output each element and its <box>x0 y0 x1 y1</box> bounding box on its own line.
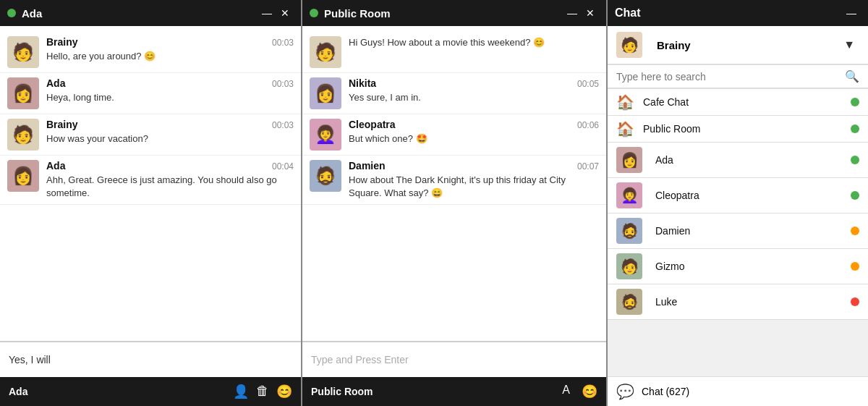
user-avatar: 🧔 <box>616 218 642 244</box>
msg-time: 00:06 <box>577 120 599 130</box>
user-avatar: 👩 <box>616 147 642 173</box>
msg-text: How about The Dark Knight, it's up this … <box>349 174 599 200</box>
message-row: 👩 Ada 00:04 Ahh, Great. Greece is just a… <box>0 156 301 205</box>
sidebar-user-item[interactable]: 🧑 Gizmo <box>608 249 868 284</box>
msg-header: Ada 00:03 <box>46 77 294 89</box>
user-name: Luke <box>655 296 851 308</box>
avatar: 👩 <box>7 77 39 109</box>
msg-sender: Damien <box>349 160 386 172</box>
brainy-avatar: 🧑 <box>616 32 642 58</box>
public-minimize-btn[interactable]: — <box>563 6 582 20</box>
msg-content: Cleopatra 00:06 But which one? 🤩 <box>349 119 599 145</box>
chat-titlebar: Chat — <box>608 0 868 26</box>
msg-header: Cleopatra 00:06 <box>349 119 599 130</box>
chat-bubble-icon: 💬 <box>616 383 634 400</box>
ada-bottom-bar: Ada 👤 🗑 😊 <box>0 377 301 406</box>
font-icon[interactable]: A <box>562 384 570 399</box>
message-row: 👩 Ada 00:03 Heya, long time. <box>0 73 301 114</box>
msg-text: How was your vacation? <box>46 132 294 145</box>
avatar: 🧑 <box>7 119 39 151</box>
sidebar-user-item[interactable]: 🧔 Luke <box>608 284 868 320</box>
msg-text: Ahh, Great. Greece is just amazing. You … <box>46 174 294 200</box>
public-room-panel: Public Room — ✕ 🧑 Hi Guys! How about a m… <box>302 0 608 406</box>
avatar: 👩‍🦱 <box>310 119 341 151</box>
message-row: 🧑 Brainy 00:03 How was your vacation? <box>0 114 301 156</box>
search-icon[interactable]: 🔍 <box>845 69 859 83</box>
user-status-dot <box>851 297 859 306</box>
msg-content: Damien 00:07 How about The Dark Knight, … <box>349 160 599 200</box>
sidebar-user-item[interactable]: 🧔 Damien <box>608 213 868 249</box>
public-input[interactable] <box>311 354 597 365</box>
user-name: Damien <box>655 225 851 237</box>
avatar: 🧔 <box>310 160 341 192</box>
msg-time: 00:03 <box>272 79 294 89</box>
ada-close-btn[interactable]: ✕ <box>276 6 294 20</box>
dropdown-arrow-icon[interactable]: ▼ <box>843 38 855 51</box>
msg-text: Hello, are you around? 😊 <box>46 50 294 63</box>
msg-text: But which one? 🤩 <box>349 132 599 145</box>
user-status-dot <box>851 156 859 164</box>
user-status-dot <box>851 227 859 235</box>
msg-sender: Brainy <box>46 119 78 130</box>
brainy-selector-row: 🧑 Brainy ▼ <box>608 26 868 65</box>
avatar: 🧑 <box>310 36 341 68</box>
user-avatar: 👩‍🦱 <box>616 182 642 208</box>
public-close-btn[interactable]: ✕ <box>582 6 599 20</box>
msg-content: Brainy 00:03 How was your vacation? <box>46 119 294 145</box>
msg-content: Nikita 00:05 Yes sure, I am in. <box>349 77 599 104</box>
msg-header: Damien 00:07 <box>349 160 599 172</box>
room-status-dot <box>851 124 859 133</box>
ada-status-dot <box>7 9 16 17</box>
user-name: Cleopatra <box>655 190 851 201</box>
msg-text: Hi Guys! How about a movie this weekend?… <box>349 36 599 49</box>
public-titlebar: Public Room — ✕ <box>302 0 606 26</box>
user-status-dot <box>851 191 859 200</box>
public-messages-area: 🧑 Hi Guys! How about a movie this weeken… <box>302 26 606 341</box>
avatar: 👩 <box>310 77 341 109</box>
sidebar-room-item[interactable]: 🏠 Cafe Chat <box>608 89 868 116</box>
public-bottom-icons: A 😊 <box>562 384 597 399</box>
public-input-area <box>302 341 606 377</box>
msg-content: Ada 00:04 Ahh, Great. Greece is just ama… <box>46 160 294 200</box>
public-status-dot <box>310 9 318 17</box>
msg-content: Ada 00:03 Heya, long time. <box>46 77 294 104</box>
emoji-icon[interactable]: 😊 <box>276 384 292 399</box>
ada-input[interactable] <box>9 354 292 365</box>
public-bottom-bar: Public Room A 😊 <box>302 377 606 406</box>
msg-header: Nikita 00:05 <box>349 77 599 89</box>
search-input[interactable] <box>616 71 845 83</box>
room-name: Public Room <box>643 123 851 135</box>
ada-minimize-btn[interactable]: — <box>258 6 276 20</box>
chat-minimize-btn[interactable]: — <box>842 6 861 20</box>
user-name: Gizmo <box>655 261 851 272</box>
sidebar-user-item[interactable]: 👩‍🦱 Cleopatra <box>608 178 868 213</box>
room-icon: 🏠 <box>616 120 634 138</box>
msg-header: Ada 00:04 <box>46 160 294 172</box>
public-emoji-icon[interactable]: 😊 <box>582 384 597 399</box>
room-status-dot <box>851 98 859 106</box>
avatar: 🧑 <box>7 36 39 68</box>
msg-header: Brainy 00:03 <box>46 36 294 48</box>
message-row: 🧑 Hi Guys! How about a movie this weeken… <box>302 32 606 73</box>
ada-chat-panel: Ada — ✕ 🧑 Brainy 00:03 Hello, are you ar… <box>0 0 302 406</box>
ada-bottom-name: Ada <box>9 386 233 397</box>
ada-title: Ada <box>22 7 258 20</box>
sidebar-user-item[interactable]: 👩 Ada <box>608 143 868 178</box>
avatar: 👩 <box>7 160 39 192</box>
room-name: Cafe Chat <box>643 96 851 108</box>
brainy-name: Brainy <box>657 39 843 51</box>
user-avatar: 🧔 <box>616 289 642 315</box>
chat-count-label: Chat (627) <box>642 386 689 397</box>
msg-sender: Brainy <box>46 36 78 48</box>
msg-time: 00:03 <box>272 120 294 130</box>
chat-title: Chat <box>615 7 842 20</box>
msg-sender: Nikita <box>349 77 376 89</box>
chat-count-item[interactable]: 💬 Chat (627) <box>608 376 868 406</box>
room-icon: 🏠 <box>616 93 634 111</box>
add-user-icon[interactable]: 👤 <box>233 384 249 399</box>
msg-time: 00:05 <box>577 79 599 89</box>
sidebar-room-item[interactable]: 🏠 Public Room <box>608 116 868 143</box>
message-row: 🧔 Damien 00:07 How about The Dark Knight… <box>302 156 606 205</box>
message-row: 👩‍🦱 Cleopatra 00:06 But which one? 🤩 <box>302 114 606 156</box>
trash-icon[interactable]: 🗑 <box>256 384 269 399</box>
